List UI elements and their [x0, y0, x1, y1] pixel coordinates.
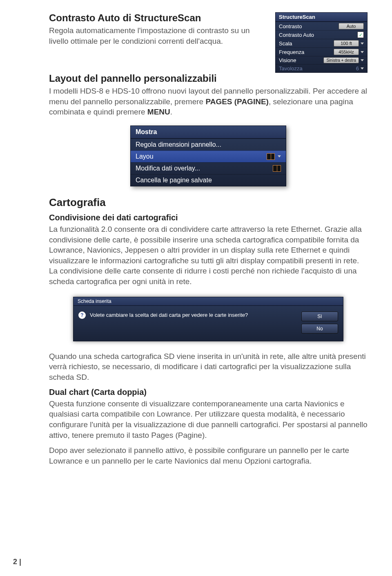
- mostra-menu: Mostra Regola dimensioni pannello... Lay…: [130, 126, 286, 186]
- heading-layout-pannello: Layout del pannello personalizzabili: [49, 73, 368, 84]
- structurescan-header: StructureScan: [276, 13, 367, 22]
- menu-label: Modifica dati overlay...: [136, 165, 200, 172]
- ss-row-contrasto-auto[interactable]: Contrasto Auto ✓: [276, 30, 367, 39]
- ss-value-contrasto: Auto: [339, 23, 364, 29]
- mostra-item-modifica[interactable]: Modifica dati overlay...: [131, 162, 286, 174]
- ss-label: Tavolozza: [279, 65, 303, 72]
- ss-label: Visione: [279, 57, 296, 63]
- menu-label: Layou: [136, 153, 154, 160]
- mostra-item-cancella[interactable]: Cancella le pagine salvate: [131, 174, 286, 186]
- ss-value-frequenza: 455kHz: [334, 49, 359, 55]
- structurescan-panel: StructureScan Contrasto Auto Contrasto A…: [275, 12, 368, 73]
- page-number: 2 |: [13, 558, 21, 566]
- chevron-down-icon[interactable]: [278, 155, 281, 157]
- ss-row-scala[interactable]: Scala 100 ft: [276, 39, 367, 47]
- menu-label: Cancella le pagine salvate: [136, 177, 212, 184]
- chevron-down-icon[interactable]: [361, 67, 364, 69]
- ss-label: Frequenza: [279, 49, 304, 55]
- ss-label: Scala: [279, 40, 292, 47]
- heading-cartografia: Cartografia: [49, 196, 368, 209]
- layout-icons: [267, 153, 281, 160]
- heading-dual-chart: Dual chart (Carta doppia): [49, 388, 368, 397]
- ss-value-tavolozza: 6: [356, 65, 359, 72]
- ss-row-frequenza[interactable]: Frequenza 455kHz: [276, 47, 367, 56]
- ss-row-contrasto[interactable]: Contrasto Auto: [276, 22, 367, 30]
- dialog-message: Volete cambiare la scelta dei dati carta…: [90, 312, 297, 318]
- yes-button[interactable]: Sì: [301, 312, 338, 321]
- chevron-down-icon[interactable]: [361, 43, 364, 45]
- question-icon: ?: [78, 312, 86, 319]
- layout-2col-icon: [267, 153, 275, 160]
- ss-row-tavolozza[interactable]: Tavolozza 6: [276, 64, 367, 72]
- heading-contrasto-auto: Contrasto Auto di StructureScan: [49, 12, 268, 24]
- ss-label: Contrasto Auto: [279, 32, 314, 38]
- no-button[interactable]: No: [301, 324, 338, 334]
- paragraph-condivisione: La funzionalità 2.0 consente ora di cond…: [49, 224, 368, 287]
- paragraph-contrasto-auto: Regola automaticamente l'impostazione di…: [49, 25, 268, 46]
- ss-label: Contrasto: [279, 23, 302, 29]
- paragraph-dual-2: Dopo aver selezionato il pannello attivo…: [49, 445, 368, 466]
- mostra-header: Mostra: [131, 126, 286, 139]
- paragraph-layout-pannello: I modelli HDS-8 e HDS-10 offrono nuovi l…: [49, 86, 368, 117]
- ss-value-visione: Sinistra + destra: [323, 57, 359, 63]
- paragraph-after-dialog: Quando una scheda cartografica SD viene …: [49, 351, 368, 383]
- paragraph-dual-1: Questa funzione consente di visualizzare…: [49, 399, 368, 441]
- ss-value-scala: 100 ft: [334, 40, 359, 47]
- layout-2col-icon: [273, 165, 281, 172]
- dialog-scheda-inserita: Scheda inserita ? Volete cambiare la sce…: [73, 297, 343, 341]
- checkbox-icon[interactable]: ✓: [357, 31, 364, 38]
- dialog-title: Scheda inserita: [74, 297, 343, 306]
- ss-row-visione[interactable]: Visione Sinistra + destra: [276, 56, 367, 64]
- mostra-item-layou[interactable]: Layou: [131, 150, 286, 162]
- mostra-item-regola[interactable]: Regola dimensioni pannello...: [131, 139, 286, 150]
- menu-label: Regola dimensioni pannello...: [136, 141, 221, 148]
- chevron-down-icon[interactable]: [361, 51, 364, 53]
- heading-condivisione: Condivisione dei dati cartografici: [49, 213, 368, 222]
- chevron-down-icon[interactable]: [361, 59, 364, 61]
